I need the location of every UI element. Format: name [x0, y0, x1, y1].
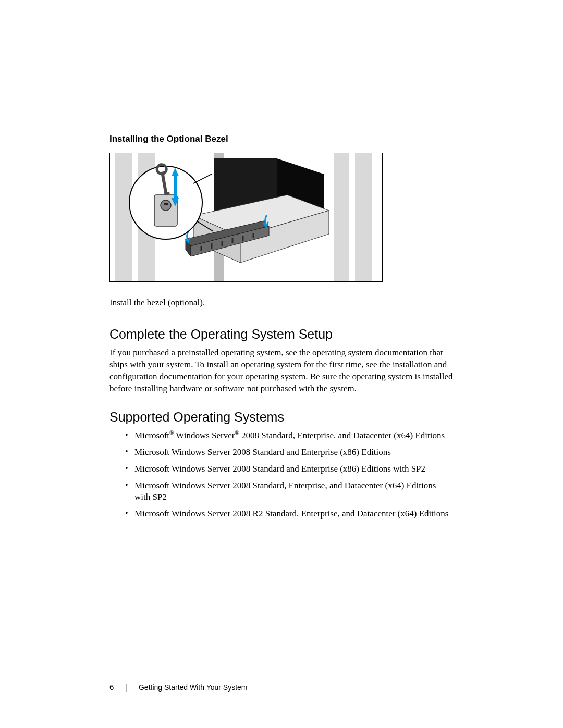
os-text-pre: Microsoft [134, 430, 169, 440]
section-heading-setup: Complete the Operating System Setup [109, 327, 454, 342]
list-item: Microsoft Windows Server 2008 Standard a… [125, 447, 454, 458]
svg-rect-0 [115, 153, 132, 282]
svg-rect-3 [334, 153, 349, 282]
figure-caption: Install the bezel (optional). [109, 298, 454, 308]
section-body-setup: If you purchased a preinstalled operatin… [109, 347, 454, 395]
page-footer: 6 | Getting Started With Your System [109, 683, 248, 692]
list-item: Microsoft Windows Server 2008 R2 Standar… [125, 508, 454, 520]
footer-title: Getting Started With Your System [139, 683, 248, 692]
os-text-post: 2008 Standard, Enterprise, and Datacente… [239, 430, 445, 440]
bezel-installation-figure [109, 153, 383, 282]
os-text-mid: Windows Server [174, 430, 235, 440]
svg-line-12 [193, 174, 212, 183]
list-item: Microsoft® Windows Server® 2008 Standard… [125, 430, 454, 441]
footer-divider: | [125, 683, 127, 692]
svg-rect-4 [355, 153, 372, 282]
list-item: Microsoft Windows Server 2008 Standard a… [125, 463, 454, 475]
registered-icon: ® [235, 429, 239, 436]
bezel-diagram-svg [110, 153, 383, 282]
supported-os-list: Microsoft® Windows Server® 2008 Standard… [109, 430, 454, 520]
page-number: 6 [109, 683, 114, 692]
svg-point-15 [161, 200, 171, 211]
section-heading-os: Supported Operating Systems [109, 410, 454, 425]
subsection-heading: Installing the Optional Bezel [109, 134, 454, 144]
svg-rect-16 [164, 203, 168, 205]
list-item: Microsoft Windows Server 2008 Standard, … [125, 480, 454, 503]
